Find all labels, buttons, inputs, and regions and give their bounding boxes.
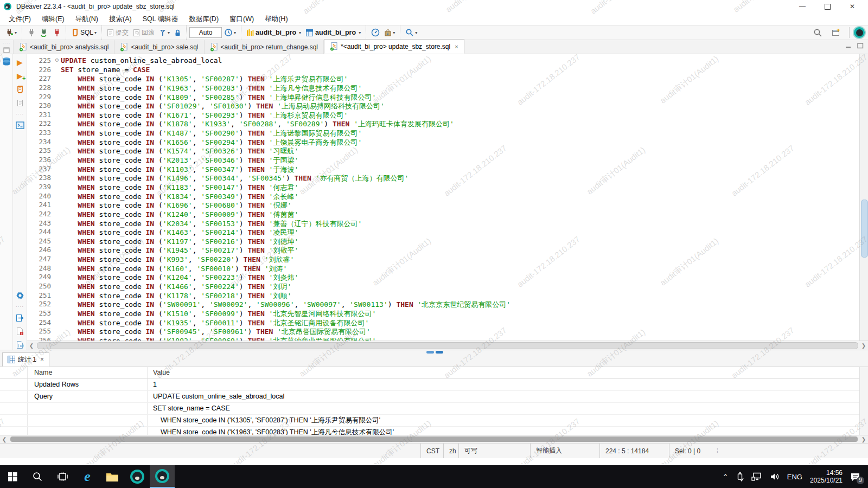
tray-chevron-up-icon[interactable]: ⌃ [723,473,729,481]
editor-line[interactable]: 252 WHEN store_code IN ('SW00091', 'SW00… [27,300,859,309]
table-row[interactable]: QueryUPDATE custom_online_sale_abroad_lo… [0,391,868,403]
table-row[interactable]: SET store_name = CASE [0,403,868,415]
scroll-left-arrow[interactable]: ❮ [27,343,36,349]
fold-collapse-icon[interactable]: ⊖ [53,56,61,66]
editor-line[interactable]: 253 WHEN store_code IN ('K1510', 'SF0009… [27,309,859,318]
commit-mode-combo[interactable]: Auto [189,27,222,38]
menu-item[interactable]: SQL 编辑器 [137,14,184,25]
scroll-right-arrow[interactable]: ❯ [859,343,868,349]
rollback-button[interactable]: 回滚 [131,27,156,38]
editor-line[interactable]: 245 WHEN store_code IN ('K1197', 'SF0021… [27,237,859,246]
editor-line[interactable]: 228 WHEN store_code IN ('K1963', 'SF0028… [27,84,859,93]
editor-line[interactable]: 227 WHEN store_code IN ('K1305', 'SF0028… [27,74,859,84]
open-perspective-icon[interactable] [830,27,843,38]
file-variables-icon[interactable]: (x) [15,340,25,350]
editor-line[interactable]: 243 WHEN store_code IN ('K2034', 'SF0015… [27,219,859,228]
usb-device-icon[interactable] [736,472,744,481]
commit-type-button[interactable]: ▾ [382,28,397,37]
search-metadata-button[interactable]: ▾ [404,27,419,38]
sql-console-button[interactable] [15,120,25,130]
editor-tab[interactable]: <audit_bi_pro> analysis.sql [14,40,114,54]
editor-tab[interactable]: <audit_bi_pro> return_change.sql [205,40,324,54]
editor-line[interactable]: 251 WHEN store_code IN ('K1178', 'SF0021… [27,291,859,300]
editor-line[interactable]: 237 WHEN store_code IN ('K1103', 'SF0034… [27,165,859,174]
editor-tab[interactable]: <audit_bi_pro> sale.sql [114,40,204,54]
dashboard-button[interactable] [369,27,381,38]
editor-line[interactable]: 248 WHEN store_code IN ('K160', 'SF00010… [27,264,859,273]
editor-line[interactable]: 246 WHEN store_code IN ('K1945', 'SF0021… [27,246,859,255]
editor-line[interactable]: 239 WHEN store_code IN ('K1183', 'SF0014… [27,183,859,192]
results-horizontal-scrollbar[interactable]: ❮ ❯ [0,435,868,443]
language-indicator[interactable]: ENG [787,473,802,481]
scrollbar-thumb[interactable] [37,342,858,349]
statistics-tab-close-icon[interactable]: × [40,356,44,363]
drag-handle-icon[interactable]: ···· [3,41,11,46]
execute-new-tab-button[interactable]: ▶+ [15,71,25,81]
results-vertical-scrollbar[interactable] [859,367,868,435]
dbeaver-taskbar-icon-active[interactable] [150,465,175,488]
dbeaver-perspective-avatar[interactable] [853,26,866,39]
tab-close-icon[interactable]: × [455,43,458,50]
editor-line[interactable]: 234 WHEN store_code IN ('K1656', 'SF0029… [27,138,859,147]
editor-line[interactable]: 236 WHEN store_code IN ('K2013', 'SF0034… [27,156,859,165]
sql-editor-button[interactable]: SQL ▾ [69,27,98,38]
notification-center-icon[interactable]: 9 [850,472,860,481]
network-icon[interactable] [751,472,762,481]
editor-line[interactable]: 249 WHEN store_code IN ('K1204', 'SF0022… [27,273,859,282]
editor-line[interactable]: 233 WHEN store_code IN ('K1487', 'SF0029… [27,129,859,138]
validate-file-icon[interactable] [15,326,25,336]
minimize-view-icon[interactable] [845,42,852,49]
column-header-name[interactable]: Name [28,367,148,378]
new-connection-button[interactable]: ▾ [3,27,18,38]
editor-line[interactable]: 229 WHEN store_code IN ('K1809', 'SF0028… [27,93,859,102]
editor-line[interactable]: 226SET store_name = CASE [27,66,859,75]
start-button[interactable] [0,465,25,488]
execute-script-button[interactable] [15,85,25,94]
editor-line[interactable]: 247 WHEN store_code IN ('K993', 'SF00220… [27,255,859,264]
editor-line[interactable]: 244 WHEN store_code IN ('K1463', 'SF0021… [27,228,859,237]
export-result-icon[interactable] [15,313,25,323]
table-row[interactable]: Updated Rows1 [0,379,868,391]
editor-line[interactable]: 242 WHEN store_code IN ('K1240', 'SF0000… [27,210,859,219]
editor-line[interactable]: 238 WHEN store_code IN ('K1496', 'SF0034… [27,174,859,183]
transaction-log-button[interactable]: ▾ [157,28,171,38]
menu-item[interactable]: 帮助(H) [259,14,293,25]
editor-line[interactable]: 231 WHEN store_code IN ('K1671', 'SF0029… [27,111,859,120]
close-button[interactable]: ✕ [840,0,865,13]
tray-clock[interactable]: 14:56 2025/10/21 [810,469,843,484]
menu-item[interactable]: 窗口(W) [224,14,259,25]
task-view-icon[interactable] [50,465,75,488]
minimize-button[interactable]: — [790,0,815,13]
menu-item[interactable]: 搜索(A) [104,14,137,25]
schema-selector[interactable]: audit_bi_pro ▾ [304,28,362,38]
code-viewport[interactable]: 225⊖UPDATE custom_online_sale_abroad_loc… [27,54,859,343]
editor-horizontal-scrollbar[interactable]: ❮ ❯ [27,341,868,350]
editor-line[interactable]: 235 WHEN store_code IN ('K1574', 'SF0032… [27,146,859,156]
connect-button[interactable] [25,27,37,38]
commit-button[interactable]: 提交 [105,27,130,38]
internet-explorer-icon[interactable]: e [75,465,100,488]
menu-item[interactable]: 文件(F) [3,14,36,25]
scrollbar-thumb[interactable] [10,436,858,442]
execute-statement-button[interactable]: ▶ [15,57,25,67]
scroll-left-arrow[interactable]: ❮ [0,436,9,442]
editor-line[interactable]: 225⊖UPDATE custom_online_sale_abroad_loc… [27,56,859,66]
editor-line[interactable]: 250 WHEN store_code IN ('K1466', 'SF0022… [27,282,859,291]
database-navigator-icon[interactable] [2,57,11,66]
editor-line[interactable]: 254 WHEN store_code IN ('K1935', 'SF0001… [27,318,859,328]
menu-item[interactable]: 数据库(D) [183,14,224,25]
scrollbar-thumb[interactable] [861,200,868,258]
connection-selector[interactable]: audit_bi_pro ▾ [245,28,303,38]
lock-icon[interactable] [173,28,183,38]
statistics-tab[interactable]: 统计 1 × [2,352,49,367]
scroll-right-arrow[interactable]: ❯ [859,436,868,442]
disconnect-button[interactable] [51,27,62,38]
file-explorer-icon[interactable] [100,465,125,488]
editor-line[interactable]: 240 WHEN store_code IN ('K1834', 'SF0034… [27,192,859,201]
restore-panel-icon[interactable] [3,47,10,53]
menu-item[interactable]: 导航(N) [70,14,104,25]
quick-search-icon[interactable] [812,27,824,38]
column-header-value[interactable]: Value [148,367,170,378]
taskbar-search-icon[interactable] [25,465,50,488]
editor-line[interactable]: 230 WHEN store_code IN ('SF01029', 'SF01… [27,101,859,111]
